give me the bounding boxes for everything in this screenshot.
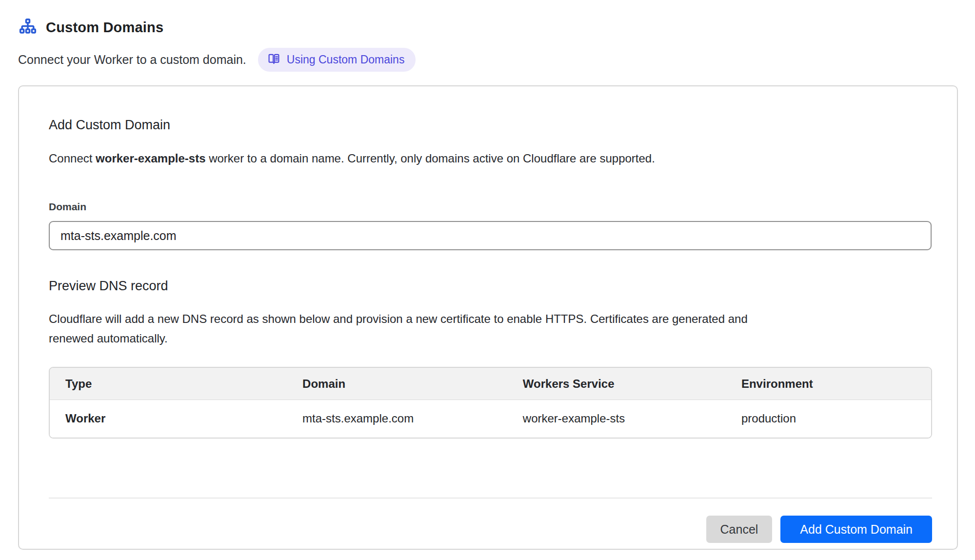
column-header-type: Type <box>50 368 287 400</box>
card-heading: Add Custom Domain <box>49 118 929 133</box>
page-header: Custom Domains <box>18 18 957 37</box>
cell-workers-service: worker-example-sts <box>507 400 726 438</box>
add-custom-domain-card: Add Custom Domain Connect worker-example… <box>18 85 958 550</box>
column-header-domain: Domain <box>287 368 507 400</box>
preview-dns-description: Cloudflare will add a new DNS record as … <box>49 309 756 348</box>
sitemap-icon <box>18 18 38 37</box>
card-actions: Cancel Add Custom Domain <box>49 516 932 543</box>
page-subtitle: Connect your Worker to a custom domain. <box>18 53 246 67</box>
page-subtitle-row: Connect your Worker to a custom domain. … <box>18 48 957 72</box>
table-header-row: Type Domain Workers Service Environment <box>50 368 931 400</box>
worker-name: worker-example-sts <box>96 152 205 165</box>
custom-domains-page: Custom Domains Connect your Worker to a … <box>0 0 975 550</box>
column-header-environment: Environment <box>726 368 931 400</box>
cell-domain: mta-sts.example.com <box>287 400 507 438</box>
domain-input[interactable] <box>49 221 932 250</box>
column-header-workers-service: Workers Service <box>507 368 726 400</box>
add-custom-domain-button[interactable]: Add Custom Domain <box>780 516 932 543</box>
open-book-icon <box>267 52 280 67</box>
cell-type: Worker <box>50 400 287 438</box>
preview-dns-heading: Preview DNS record <box>49 279 929 294</box>
using-custom-domains-link[interactable]: Using Custom Domains <box>258 48 416 72</box>
card-description: Connect worker-example-sts worker to a d… <box>49 152 929 165</box>
domain-field-label: Domain <box>49 201 929 213</box>
doc-link-label: Using Custom Domains <box>287 53 405 66</box>
footer-divider <box>49 498 932 499</box>
page-title: Custom Domains <box>46 20 163 36</box>
table-row: Worker mta-sts.example.com worker-exampl… <box>50 400 931 438</box>
description-prefix: Connect <box>49 152 96 165</box>
dns-preview-table: Type Domain Workers Service Environment … <box>49 367 932 439</box>
description-suffix: worker to a domain name. Currently, only… <box>206 152 655 165</box>
cell-environment: production <box>726 400 931 438</box>
cancel-button[interactable]: Cancel <box>706 516 773 543</box>
